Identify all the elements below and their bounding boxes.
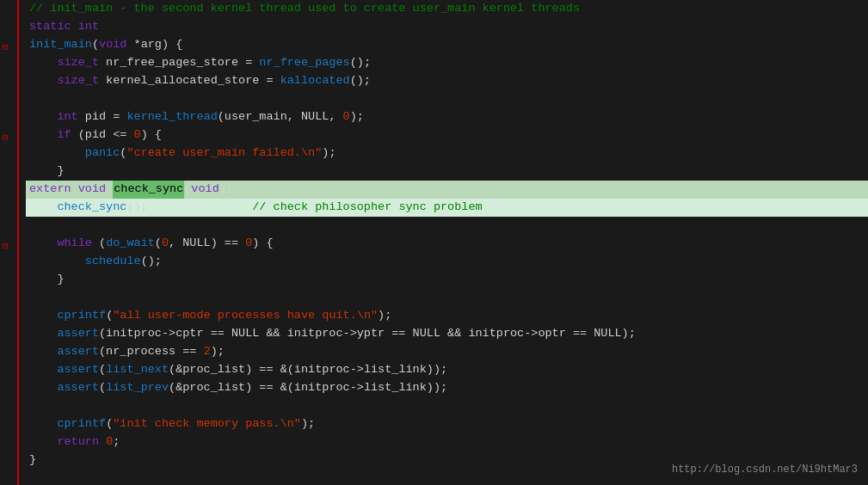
code-line-12: check_sync(); // check philosopher sync … (26, 199, 868, 217)
code-line-1: // init_main - the second kernel thread … (26, 0, 868, 18)
code-line-11: extern void check_sync(void); (26, 181, 868, 199)
watermark: http://blog.csdn.net/Ni9htMar3 (672, 462, 858, 478)
code-line-2: static int (26, 18, 868, 36)
code-line-3: init_main(void *arg) { (26, 36, 868, 54)
code-line-4: size_t nr_free_pages_store = nr_free_pag… (26, 54, 868, 72)
code-line-24: cprintf("init check memory pass.\n"); (26, 415, 868, 433)
code-line-13 (26, 217, 868, 235)
code-line-10: } (26, 163, 868, 181)
code-line-5: size_t kernel_allocated_store = kallocat… (26, 72, 868, 90)
code-line-21: assert(list_next(&proc_list) == &(initpr… (26, 361, 868, 379)
comment-1: // init_main - the second kernel thread … (29, 0, 580, 18)
kw-static: static (29, 18, 71, 36)
fold-icon-2[interactable]: ⊟ (3, 131, 9, 145)
code-line-19: assert(initproc->cptr == NULL && initpro… (26, 325, 868, 343)
code-line-8: if (pid <= 0) { (26, 126, 868, 144)
code-line-22: assert(list_prev(&proc_list) == &(initpr… (26, 379, 868, 397)
code-line-23 (26, 397, 868, 415)
gutter: ⊟ ⊟ ⊟ (0, 0, 19, 485)
code-container: ⊟ ⊟ ⊟ // init_main - the second kernel t… (0, 0, 868, 485)
code-line-6 (26, 90, 868, 108)
code-line-16: } (26, 271, 868, 289)
code-line-25: return 0; (26, 433, 868, 451)
code-area: // init_main - the second kernel thread … (19, 0, 868, 485)
fold-icon-3[interactable]: ⊟ (3, 239, 9, 254)
code-line-17 (26, 289, 868, 307)
code-line-20: assert(nr_process == 2); (26, 343, 868, 361)
fold-icon-1[interactable]: ⊟ (3, 40, 9, 55)
code-line-9: panic("create user_main failed.\n"); (26, 144, 868, 163)
code-line-7: int pid = kernel_thread(user_main, NULL,… (26, 108, 868, 126)
code-line-18: cprintf("all user-mode processes have qu… (26, 307, 868, 325)
code-line-14: while (do_wait(0, NULL) == 0) { (26, 235, 868, 253)
code-line-15: schedule(); (26, 253, 868, 271)
